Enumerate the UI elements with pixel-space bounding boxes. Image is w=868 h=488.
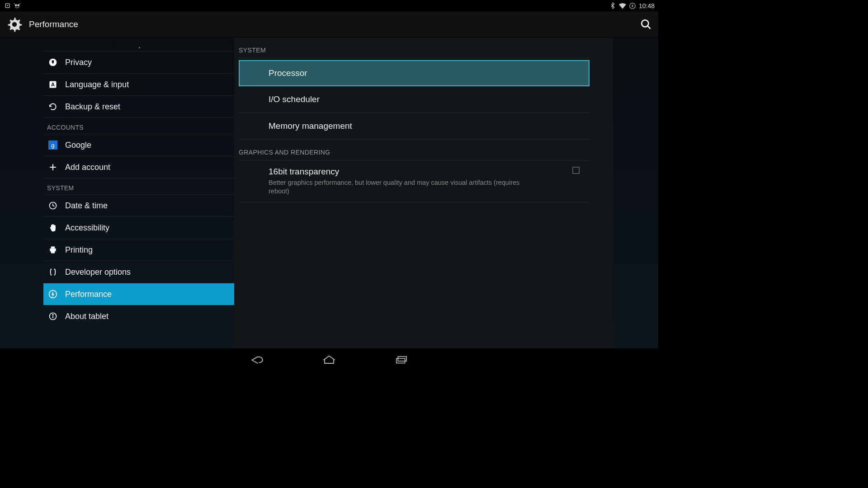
braces-icon <box>48 267 58 277</box>
svg-point-17 <box>52 314 53 315</box>
status-bar: 10:48 <box>0 0 658 11</box>
detail-item-title: I/O scheduler <box>269 94 320 104</box>
sidebar-item-partial[interactable] <box>43 38 234 51</box>
sidebar-item-google[interactable]: g Google <box>43 134 234 156</box>
sidebar-item-performance[interactable]: Performance <box>43 283 234 305</box>
shield-icon <box>48 57 58 67</box>
svg-rect-14 <box>51 251 55 253</box>
detail-panel: SYSTEM Processor I/O scheduler Memory ma… <box>234 38 613 348</box>
backup-icon <box>48 102 58 112</box>
sidebar-item-backup[interactable]: Backup & reset <box>43 95 234 117</box>
sidebar-item-label: Add account <box>65 163 110 172</box>
nav-bar <box>0 348 658 370</box>
settings-gear-icon <box>6 16 23 33</box>
google-icon: g <box>48 140 58 150</box>
sidebar-item-label: Printing <box>65 245 93 255</box>
action-bar: Performance <box>0 11 658 38</box>
main-content: Privacy A Language & input Backup & rese… <box>0 38 658 348</box>
sidebar-item-about[interactable]: About tablet <box>43 305 234 327</box>
detail-item-io-scheduler[interactable]: I/O scheduler <box>239 86 590 113</box>
sidebar-header-system: SYSTEM <box>43 178 234 194</box>
detail-section-graphics: GRAPHICS AND RENDERING <box>239 140 590 160</box>
status-time: 10:48 <box>639 2 655 9</box>
bolt-icon <box>48 289 58 299</box>
sidebar-item-add-account[interactable]: Add account <box>43 156 234 178</box>
sidebar-item-accessibility[interactable]: Accessibility <box>43 216 234 239</box>
detail-section-system: SYSTEM <box>239 38 590 58</box>
detail-item-title: 16bit transparency <box>269 167 522 177</box>
svg-point-1 <box>7 5 7 6</box>
detail-item-title: Memory management <box>269 121 352 131</box>
sidebar-item-label: Date & time <box>65 201 108 211</box>
svg-text:g: g <box>51 142 54 149</box>
hand-icon <box>48 223 58 233</box>
bluetooth-icon <box>609 2 616 9</box>
info-icon <box>48 311 58 321</box>
svg-rect-12 <box>51 247 55 249</box>
language-icon: A <box>48 80 58 89</box>
detail-item-16bit-transparency[interactable]: 16bit transparency Better graphics perfo… <box>239 160 590 202</box>
cyanogen-icon <box>14 2 21 9</box>
sidebar-item-label: Accessibility <box>65 223 109 233</box>
home-button[interactable] <box>320 353 338 366</box>
clock-icon <box>48 201 58 211</box>
detail-item-memory[interactable]: Memory management <box>239 113 590 140</box>
printer-icon <box>48 245 58 255</box>
status-right: 10:48 <box>609 2 655 9</box>
sidebar-item-label: Backup & reset <box>65 102 120 112</box>
sidebar-item-label: Language & input <box>65 80 129 89</box>
sidebar-item-developer[interactable]: Developer options <box>43 261 234 283</box>
svg-point-5 <box>642 20 648 27</box>
back-button[interactable] <box>248 353 266 366</box>
sidebar[interactable]: Privacy A Language & input Backup & rese… <box>0 38 234 348</box>
sidebar-header-accounts: ACCOUNTS <box>43 118 234 134</box>
svg-point-2 <box>15 4 17 6</box>
sidebar-item-printing[interactable]: Printing <box>43 239 234 261</box>
wifi-icon <box>619 2 626 9</box>
search-icon[interactable] <box>640 19 652 30</box>
action-bar-title: Performance <box>29 19 78 29</box>
sidebar-item-privacy[interactable]: Privacy <box>43 51 234 73</box>
status-left <box>4 2 21 9</box>
svg-point-3 <box>17 4 19 6</box>
detail-item-title: Processor <box>269 68 307 78</box>
detail-item-subtitle: Better graphics performance, but lower q… <box>269 178 522 196</box>
auto-rotate-icon <box>4 2 11 9</box>
detail-item-processor[interactable]: Processor <box>239 60 590 86</box>
checkbox-16bit[interactable] <box>572 167 580 174</box>
battery-charging-icon <box>629 2 636 9</box>
plus-icon <box>48 162 58 172</box>
sidebar-item-label: Google <box>65 141 91 150</box>
sidebar-item-date-time[interactable]: Date & time <box>43 194 234 216</box>
sidebar-item-label: About tablet <box>65 312 108 321</box>
svg-text:A: A <box>51 81 55 87</box>
sidebar-item-label: Privacy <box>65 58 92 67</box>
sidebar-item-label: Developer options <box>65 267 131 277</box>
recent-apps-button[interactable] <box>392 353 410 366</box>
sidebar-item-label: Performance <box>65 290 112 299</box>
sidebar-item-language[interactable]: A Language & input <box>43 73 234 95</box>
